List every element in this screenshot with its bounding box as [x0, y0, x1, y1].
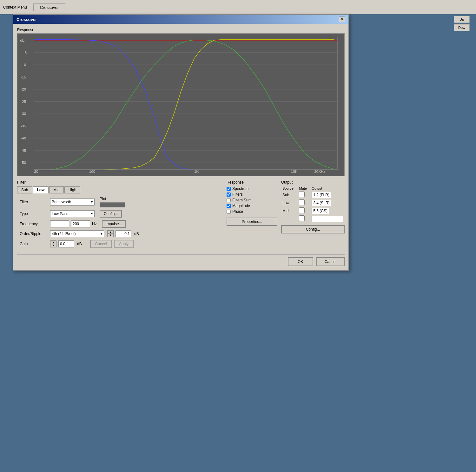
ripple-up-btn[interactable]: ▲ [108, 231, 113, 234]
output-col-header: Output [310, 186, 345, 191]
cancel-button[interactable]: Cancel [90, 240, 112, 248]
mute-empty-checkbox[interactable] [299, 215, 305, 221]
response-section-label: Response [17, 28, 345, 32]
frequency-value-input[interactable] [71, 220, 90, 227]
down-button[interactable]: Dow [454, 24, 470, 31]
ripple-unit: dB [134, 232, 139, 236]
output-label: Output [281, 180, 345, 185]
response-section: Response [17, 28, 345, 176]
filter-field-label: Filter [20, 200, 48, 204]
tab-mid[interactable]: Mid [49, 186, 63, 193]
svg-text:-50: -50 [21, 161, 26, 165]
svg-text:-15: -15 [21, 75, 26, 79]
crossover-tab[interactable]: Crossover [33, 3, 65, 11]
ripple-down-btn[interactable]: ▼ [108, 234, 113, 237]
filters-sum-label: Filters Sum [232, 198, 252, 202]
footer-cancel-button[interactable]: Cancel [316, 257, 345, 266]
table-row: Mid 5,6 (CS) [281, 207, 345, 215]
phase-row: Phase [227, 209, 277, 214]
svg-text:-20: -20 [21, 87, 26, 91]
order-field-label: Order/Ripple [20, 232, 48, 236]
mute-sub [298, 191, 310, 199]
dialog-title: Crossover [17, 17, 37, 22]
response-panel-label: Response [227, 180, 277, 185]
output-low-value: 3,4 (SLR) [312, 200, 331, 206]
properties-button[interactable]: Properties... [227, 218, 277, 226]
ripple-input[interactable] [116, 230, 131, 237]
spectrum-checkbox[interactable] [227, 187, 231, 191]
source-mid: Mid [281, 207, 298, 215]
controls-area: Filter Sub Low Mid High Filter Butte [17, 180, 345, 251]
table-row: Sub 1,2 (FLR) [281, 191, 345, 199]
output-empty-value [312, 216, 343, 222]
svg-text:-45: -45 [21, 149, 26, 152]
output-empty [310, 215, 345, 223]
output-sub-value: 1,2 (FLR) [312, 192, 331, 198]
magnitude-row: Magnitude [227, 204, 277, 208]
top-bar: Context Menu Crossover [0, 0, 476, 14]
filters-row: Filters [227, 192, 277, 197]
gain-spinner: ▲ ▼ [50, 240, 56, 247]
order-select[interactable]: 4th (24dB/oct) [50, 230, 104, 237]
filter-tabs: Sub Low Mid High [17, 186, 223, 193]
response-panel: Response Spectrum Filters Filters Sum Ma… [227, 180, 277, 251]
filters-checkbox[interactable] [227, 192, 231, 197]
gain-down-btn[interactable]: ▼ [50, 244, 56, 247]
svg-text:-30: -30 [21, 112, 26, 116]
output-mid: 5,6 (CS) [310, 207, 345, 215]
svg-text:-35: -35 [21, 124, 26, 128]
frequency-field-label: Frequency [20, 222, 48, 226]
type-select[interactable]: Low Pass [50, 210, 95, 217]
ripple-spinner: ▲ ▼ [107, 230, 114, 237]
tab-low[interactable]: Low [33, 186, 49, 193]
tab-sub[interactable]: Sub [17, 186, 32, 193]
mute-low-checkbox[interactable] [299, 199, 305, 205]
table-row [281, 215, 345, 223]
filters-label: Filters [232, 192, 243, 197]
up-button[interactable]: Up [454, 16, 470, 23]
mute-col-header: Mute [298, 186, 310, 191]
source-low: Low [281, 199, 298, 207]
frequency-response-chart: dB -5 -10 -15 -20 -25 -30 -35 -40 -45 -5… [17, 33, 345, 176]
close-button[interactable]: × [339, 17, 345, 22]
phase-label: Phase [232, 209, 243, 214]
output-config-button[interactable]: Config... [281, 225, 345, 233]
svg-text:-10: -10 [21, 63, 26, 67]
tab-high[interactable]: High [64, 186, 81, 193]
filter-select[interactable]: Butterworth [50, 199, 95, 206]
svg-text:-40: -40 [21, 136, 26, 140]
gain-row: Gain ▲ ▼ dB Cancel Apply [20, 240, 220, 248]
mute-mid [298, 207, 310, 215]
spectrum-row: Spectrum [227, 186, 277, 191]
filter-section: Filter Sub Low Mid High Filter Butte [17, 180, 223, 251]
apply-button[interactable]: Apply [114, 240, 134, 248]
type-field-label: Type [20, 212, 48, 216]
mute-mid-checkbox[interactable] [299, 207, 305, 213]
plot-swatch [100, 202, 125, 207]
output-panel: Output Source Mute Output Sub [281, 180, 345, 251]
mute-low [298, 199, 310, 207]
mute-empty [298, 215, 310, 223]
magnitude-checkbox[interactable] [227, 204, 231, 208]
config-button[interactable]: Config... [100, 210, 122, 218]
output-low: 3,4 (SLR) [310, 199, 345, 207]
svg-text:-5: -5 [23, 51, 27, 55]
magnitude-label: Magnitude [232, 204, 250, 208]
phase-checkbox[interactable] [227, 210, 231, 214]
impulse-button[interactable]: Impulse... [102, 220, 126, 228]
dialog-titlebar: Crossover × [13, 15, 348, 24]
gain-field-label: Gain [20, 242, 48, 246]
type-select-wrapper: Low Pass [50, 210, 95, 217]
mute-sub-checkbox[interactable] [299, 192, 305, 197]
svg-text:-25: -25 [21, 100, 26, 104]
svg-rect-0 [17, 34, 344, 176]
type-row: Type Low Pass Config... [20, 210, 220, 218]
hz-label: Hz [92, 222, 97, 226]
frequency-input[interactable] [50, 220, 69, 227]
ok-button[interactable]: OK [288, 257, 313, 266]
filters-sum-checkbox[interactable] [227, 198, 231, 202]
context-menu-label: Context Menu [3, 5, 27, 10]
filter-inner: Filter Butterworth Plot [17, 197, 223, 248]
gain-up-btn[interactable]: ▲ [50, 241, 56, 244]
gain-input[interactable] [58, 240, 74, 247]
